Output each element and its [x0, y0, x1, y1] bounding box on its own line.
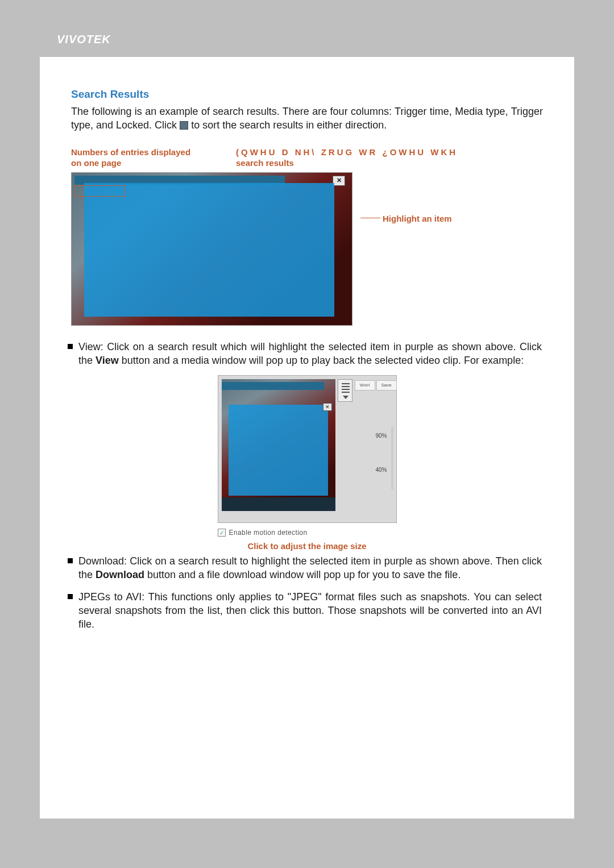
bullet-post: button and a media window will pop up to…: [119, 355, 524, 366]
intro-post: to sort the search results in either dir…: [191, 119, 387, 131]
fig2-video-frame: ✕: [222, 379, 335, 499]
fig1-label-box: [74, 185, 126, 197]
fig2-status-strip: [222, 497, 335, 511]
fig2-highlight-overlay: [229, 405, 328, 496]
list-item: JPEGs to AVI: This functions only applie…: [64, 590, 543, 632]
bullet-bold: Download: [96, 569, 144, 580]
close-icon[interactable]: ✕: [333, 176, 345, 186]
bullet-text: Download: Click on a search result to hi…: [78, 554, 543, 582]
bullet-pre: JPEGs to AVI: This functions only applie…: [78, 591, 542, 630]
drag-lines-icon: [342, 383, 350, 384]
annotation-row: Numbers of entries displayed on one page…: [71, 147, 543, 169]
figure-1-side-annot: Highlight an item: [352, 172, 452, 224]
motion-detect-checkbox[interactable]: ✓: [218, 529, 226, 537]
annot-right-l2: search results: [236, 158, 294, 168]
sort-icon[interactable]: [180, 121, 188, 130]
figure-2: ✕ WxH Save 90% 40% ✓: [218, 375, 397, 551]
brand-logo: VIVOTEK: [57, 33, 111, 46]
annotation-entries-per-page: Numbers of entries displayed on one page: [71, 147, 202, 169]
figure-2-screenshot: ✕ WxH Save 90% 40%: [218, 375, 397, 523]
bullet-square-icon: [68, 594, 73, 599]
fig2-titlebar: [222, 382, 324, 390]
bullet-post: button and a file download window will p…: [144, 569, 460, 580]
chevron-down-icon: [343, 396, 349, 399]
close-icon[interactable]: ✕: [323, 403, 332, 411]
fig1-highlight-overlay: [84, 183, 334, 317]
page-number: 106: [58, 795, 72, 805]
percent-label: 40%: [375, 467, 387, 473]
page: VIVOTEK Search Results The following is …: [40, 23, 574, 819]
bullet-list: View: Click on a search result which wil…: [71, 340, 543, 632]
annotation-adjust-image-size: Click to adjust the image size: [218, 541, 397, 551]
footer-gray-band: [40, 750, 574, 819]
bullet-text: View: Click on a search result which wil…: [78, 340, 543, 368]
bullet-text: JPEGs to AVI: This functions only applie…: [78, 590, 543, 632]
figure-1-screenshot: ✕: [71, 172, 352, 326]
annotation-filter-keyword: (QWHU D NH\ ZRUG WR ¿OWHU WKH search res…: [236, 147, 486, 169]
percent-label: 90%: [375, 433, 387, 439]
annot-right-l1: (QWHU D NH\ ZRUG WR ¿OWHU WKH: [236, 147, 458, 157]
section-title: Search Results: [71, 88, 543, 101]
bullet-square-icon: [68, 558, 73, 563]
bullet-square-icon: [68, 344, 73, 349]
bullet-bold: View: [96, 355, 119, 366]
header-bar: VIVOTEK: [40, 23, 574, 57]
size-adjust-handle[interactable]: [338, 379, 352, 402]
motion-detect-label: Enable motion detection: [229, 529, 308, 537]
figure-1-wrap: ✕ Highlight an item: [71, 172, 543, 326]
figure-2-zone: ✕ WxH Save 90% 40% ✓: [71, 375, 543, 551]
list-item: Download: Click on a search result to hi…: [64, 554, 543, 582]
page-footer: 106 - User's Manual: [58, 795, 134, 805]
size-button[interactable]: WxH: [355, 380, 375, 391]
fig2-checkbox-row: ✓ Enable motion detection: [218, 529, 397, 537]
intro-paragraph: The following is an example of search re…: [71, 105, 543, 132]
save-button[interactable]: Save: [376, 380, 397, 391]
list-item: View: Click on a search result which wil…: [64, 340, 543, 368]
annotation-highlight-item: Highlight an item: [383, 213, 452, 223]
footer-text: - User's Manual: [72, 795, 134, 805]
vertical-slider[interactable]: [391, 427, 393, 489]
annot-connector-line: [360, 218, 380, 218]
content-area: Search Results The following is an examp…: [40, 57, 574, 657]
